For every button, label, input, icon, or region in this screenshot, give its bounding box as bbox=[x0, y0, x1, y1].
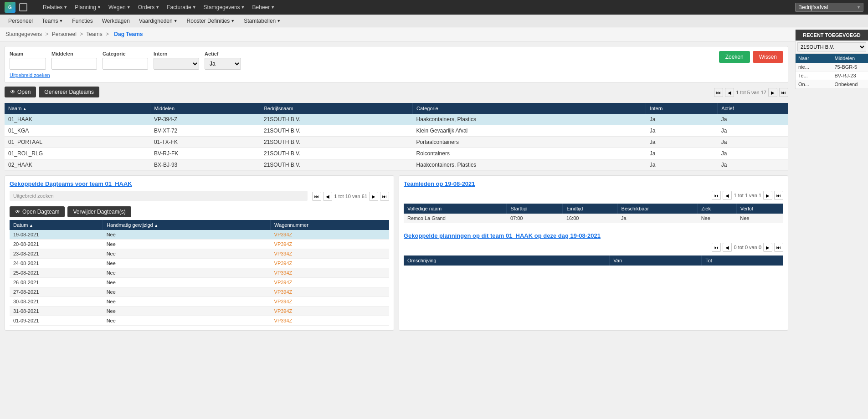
pl-th-tot[interactable]: Tot bbox=[702, 255, 783, 266]
table-row[interactable]: 01_PORTAAL 01-TX-FK 21SOUTH B.V. Portaal… bbox=[5, 137, 788, 148]
open-dagteam-button[interactable]: 👁 Open Dagteam bbox=[10, 206, 65, 217]
table-row[interactable]: 02_HAAK BX-BJ-93 21SOUTH B.V. Haakcontai… bbox=[5, 159, 788, 171]
uitgebreid-zoeken[interactable]: Uitgebreid zoeken bbox=[10, 72, 783, 78]
tl-pag-last[interactable]: ⏭ bbox=[774, 191, 783, 200]
dt-cell-wagennummer: VP394Z bbox=[271, 240, 389, 249]
dt-cell-wagennummer: VP394Z bbox=[271, 268, 389, 278]
search-intern-select[interactable]: Ja Nee bbox=[154, 58, 199, 70]
nav-relaties[interactable]: Relaties ▼ bbox=[40, 0, 70, 15]
tl-pag-first[interactable]: ⏮ bbox=[712, 191, 721, 200]
table-row[interactable]: 01_KGA BV-XT-72 21SOUTH B.V. Klein Gevaa… bbox=[5, 125, 788, 137]
planningen-title[interactable]: Gekoppelde planningen op dit team 01_HAA… bbox=[404, 232, 783, 239]
sec-nav-teams[interactable]: Teams ▼ bbox=[38, 15, 67, 27]
cell-bedrijfsnaam: 21SOUTH B.V. bbox=[260, 148, 413, 159]
sec-nav-vaardigheden[interactable]: Vaardigheden ▼ bbox=[135, 15, 181, 27]
th-actief[interactable]: Actief bbox=[718, 103, 788, 114]
sec-nav-werkdagen[interactable]: Werkdagen bbox=[98, 15, 134, 27]
breadcrumb-teams[interactable]: Teams bbox=[86, 31, 102, 37]
cell-middelen: BV-RJ-FK bbox=[150, 148, 260, 159]
sec-nav-personeel[interactable]: Personeel bbox=[5, 15, 36, 27]
dt-pag-first[interactable]: ⏮ bbox=[312, 192, 321, 201]
breadcrumb-stamgegevens[interactable]: Stamgegevens bbox=[5, 31, 42, 37]
dt-th-handmatig[interactable]: Handmatig gewijzigd bbox=[103, 220, 271, 230]
sec-nav-stamtabellen[interactable]: Stamtabellen ▼ bbox=[240, 15, 284, 27]
dt-th-wagennummer[interactable]: Wagennummer bbox=[271, 220, 389, 230]
sec-nav-rooster[interactable]: Rooster Definities ▼ bbox=[183, 15, 239, 27]
tl-pag-next[interactable]: ▶ bbox=[763, 191, 772, 200]
pag-next[interactable]: ▶ bbox=[768, 88, 777, 97]
table-row[interactable]: 01_ROL_RLG BV-RJ-FK 21SOUTH B.V. Rolcont… bbox=[5, 148, 788, 159]
dt-pag-last[interactable]: ⏭ bbox=[380, 192, 389, 201]
pl-pag-first[interactable]: ⏮ bbox=[712, 243, 721, 252]
nav-wegen[interactable]: Wegen ▼ bbox=[106, 0, 134, 15]
pl-pag-prev[interactable]: ◀ bbox=[723, 243, 732, 252]
cell-naam: 02_HAAK bbox=[5, 159, 150, 171]
nav-planning[interactable]: Planning ▼ bbox=[72, 0, 104, 15]
verwijder-dagteam-button[interactable]: Verwijder Dagteam(s) bbox=[67, 206, 131, 217]
nav-facturatie[interactable]: Facturatie ▼ bbox=[164, 0, 199, 15]
sec-nav-functies[interactable]: Functies bbox=[68, 15, 96, 27]
tl-pag-prev[interactable]: ◀ bbox=[723, 191, 732, 200]
tl-th-starttijd[interactable]: Starttijd bbox=[507, 204, 563, 214]
pl-th-van[interactable]: Van bbox=[610, 255, 702, 266]
dt-pag-prev[interactable]: ◀ bbox=[323, 192, 332, 201]
tl-th-eindtijd[interactable]: Eindtijd bbox=[563, 204, 617, 214]
breadcrumb-personeel[interactable]: Personeel bbox=[52, 31, 77, 37]
search-categorie-input[interactable] bbox=[103, 58, 148, 70]
table-row[interactable]: 01_HAAK VP-394-Z 21SOUTH B.V. Haakcontai… bbox=[5, 114, 788, 125]
gekoppelde-dagteams-panel: Gekoppelde Dagteams voor team 01_HAAK Ui… bbox=[5, 175, 394, 331]
dagteam-row[interactable]: 27-08-2021 Nee VP394Z bbox=[10, 287, 389, 297]
th-intern[interactable]: Intern bbox=[646, 103, 718, 114]
th-categorie[interactable]: Categorie bbox=[413, 103, 646, 114]
teamleden-title[interactable]: Teamleden op 19-08-2021 bbox=[404, 180, 783, 187]
breadcrumb: Stamgegevens > Personeel > Teams > Dag T… bbox=[0, 27, 868, 41]
search-middelen-input[interactable] bbox=[51, 58, 97, 70]
genereer-button[interactable]: Genereer Dagteams bbox=[39, 87, 99, 97]
tl-th-naam[interactable]: Volledige naam bbox=[404, 204, 507, 214]
nav-beheer[interactable]: Beheer ▼ bbox=[250, 0, 278, 15]
search-naam-input[interactable] bbox=[10, 58, 46, 70]
dagteam-row[interactable]: 24-08-2021 Nee VP394Z bbox=[10, 259, 389, 268]
search-actief-select[interactable]: Ja Nee Alle bbox=[205, 58, 241, 70]
th-bedrijfsnaam[interactable]: Bedrijfsnaam bbox=[260, 103, 413, 114]
nav-stamgegevens[interactable]: Stamgegevens ▼ bbox=[201, 0, 248, 15]
search-intern-field: Intern Ja Nee bbox=[154, 51, 199, 70]
dagteam-row[interactable]: 26-08-2021 Nee VP394Z bbox=[10, 278, 389, 287]
recent-row[interactable]: Te... BV-RJ-23 bbox=[796, 72, 868, 80]
dagteam-row[interactable]: 30-08-2021 Nee VP394Z bbox=[10, 297, 389, 307]
dagteam-row[interactable]: 23-08-2021 Nee VP394Z bbox=[10, 249, 389, 259]
gekoppelde-dagteams-title[interactable]: Gekoppelde Dagteams voor team 01_HAAK bbox=[10, 180, 389, 187]
nav-orders[interactable]: Orders ▼ bbox=[135, 0, 163, 15]
company-selector[interactable]: 21SOUTH B.V. bbox=[797, 42, 866, 51]
dagteam-row[interactable]: 25-08-2021 Nee VP394Z bbox=[10, 268, 389, 278]
dagteam-row[interactable]: 20-08-2021 Nee VP394Z bbox=[10, 240, 389, 249]
open-button[interactable]: 👁 Open bbox=[5, 87, 36, 97]
teamlid-row[interactable]: Remco La Grand 07:00 16:00 Ja Nee Nee bbox=[404, 214, 783, 223]
recent-row[interactable]: On... Onbekend bbox=[796, 80, 868, 89]
pl-pag-next[interactable]: ▶ bbox=[763, 243, 772, 252]
pag-first[interactable]: ⏮ bbox=[714, 88, 723, 97]
pag-last[interactable]: ⏭ bbox=[779, 88, 788, 97]
dt-pag-next[interactable]: ▶ bbox=[369, 192, 378, 201]
teamleden-section: Teamleden op 19-08-2021 ⏮ ◀ 1 tot 1 van … bbox=[404, 180, 783, 223]
tl-th-verlof[interactable]: Verlof bbox=[736, 204, 783, 214]
pag-prev[interactable]: ◀ bbox=[725, 88, 734, 97]
wissen-button[interactable]: Wissen bbox=[753, 51, 783, 63]
planningen-pagination: ⏮ ◀ 0 tot 0 van 0 ▶ ⏭ bbox=[712, 243, 783, 252]
th-naam[interactable]: Naam bbox=[5, 103, 150, 114]
dagteam-row[interactable]: 31-08-2021 Nee VP394Z bbox=[10, 307, 389, 316]
pl-pag-last[interactable]: ⏭ bbox=[774, 243, 783, 252]
dagteam-row[interactable]: 01-09-2021 Nee VP394Z bbox=[10, 316, 389, 326]
zoeken-button[interactable]: Zoeken bbox=[719, 51, 750, 63]
tl-th-beschikbaar[interactable]: Beschikbaar bbox=[617, 204, 698, 214]
dagteam-row[interactable]: 19-08-2021 Nee VP394Z bbox=[10, 230, 389, 240]
app-select[interactable]: Bedrijfsafval bbox=[795, 3, 863, 12]
th-middelen[interactable]: Middelen bbox=[150, 103, 260, 114]
cell-naam: 01_PORTAAL bbox=[5, 137, 150, 148]
recent-col1: Naar bbox=[796, 54, 832, 63]
dt-th-datum[interactable]: Datum bbox=[10, 220, 103, 230]
recent-row[interactable]: nie... 75-BGR-5 bbox=[796, 63, 868, 72]
tl-th-ziek[interactable]: Ziek bbox=[698, 204, 737, 214]
pl-th-omschrijving[interactable]: Omschrijving bbox=[404, 255, 610, 266]
recent-cell-middelen: BV-RJ-23 bbox=[832, 72, 868, 80]
